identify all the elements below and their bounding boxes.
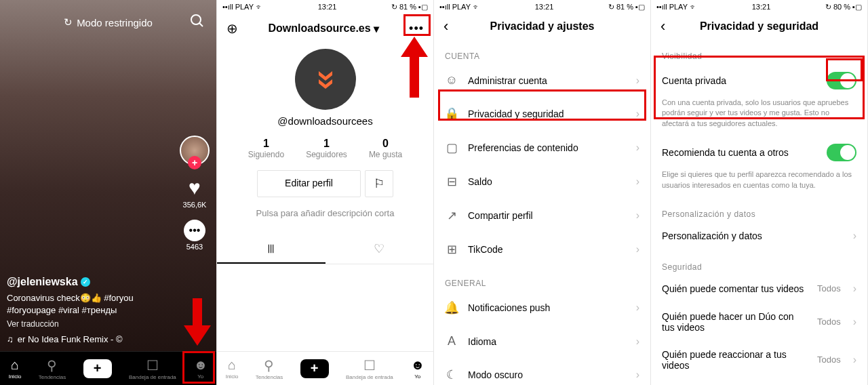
- chevron-right-icon: ›: [636, 302, 639, 314]
- tab-liked[interactable]: ♡: [326, 235, 434, 264]
- likes-stat[interactable]: 0Me gusta: [369, 138, 402, 159]
- section-account: CUENTA: [434, 39, 650, 64]
- like-button[interactable]: ♥ 356,6K: [183, 176, 207, 209]
- creator-avatar[interactable]: +: [180, 136, 210, 165]
- back-button[interactable]: ‹: [443, 18, 448, 35]
- username-link[interactable]: @jeleniewska ✓: [7, 276, 176, 288]
- annotation-arrow: [184, 298, 211, 348]
- follow-plus-icon[interactable]: +: [188, 156, 201, 169]
- recommend-toggle[interactable]: [827, 144, 856, 161]
- row-who-react[interactable]: Quién puede reaccionar a tus videosTodos…: [651, 341, 867, 379]
- svg-marker-3: [184, 325, 211, 346]
- bookmark-button[interactable]: ⚐: [365, 170, 393, 197]
- comment-icon: •••: [184, 220, 205, 241]
- edit-profile-button[interactable]: Editar perfil: [257, 170, 361, 197]
- music-note-icon: ♫: [7, 334, 14, 344]
- nav-trends[interactable]: ⚲Tendencias: [39, 357, 66, 380]
- add-description-prompt[interactable]: Pulsa para añadir descripción corta: [217, 208, 433, 218]
- video-feed-panel: ↻ Modo restringido + ♥ 356,6K ••• 5463 @…: [0, 0, 217, 385]
- row-who-message[interactable]: Quién puede enviarte mensajes directosAm…: [651, 379, 867, 385]
- chevron-right-icon: ›: [636, 336, 639, 348]
- chevron-right-icon: ›: [636, 75, 639, 87]
- qr-icon: ⊞: [445, 242, 458, 257]
- status-time: 13:21: [535, 3, 554, 11]
- row-who-duo[interactable]: Quién puede hacer un Dúo con tus videosT…: [651, 303, 867, 341]
- battery-icon: ▪▢: [635, 3, 645, 12]
- row-who-comment[interactable]: Quién puede comentar tus videosTodos›: [651, 275, 867, 303]
- bookmark-icon: ⚐: [374, 177, 384, 190]
- add-friend-icon[interactable]: ⊕: [226, 20, 238, 37]
- profile-panel: ••ıllPLAYᯤ 13:21 ↻81 %▪▢ ⊕ Downloadsourc…: [217, 0, 434, 385]
- music-link[interactable]: ♫ er No Idea Funk Remix - ©: [7, 334, 176, 344]
- status-bar: ••ıllPLAYᯤ 13:21 ↻80 %▪▢: [651, 0, 867, 14]
- row-recommend-account: Recomienda tu cuenta a otros: [651, 136, 867, 169]
- logo-chevrons-icon: [312, 66, 339, 93]
- profile-title-dropdown[interactable]: Downloadsource.es▾: [268, 22, 378, 35]
- sync-icon: ↻: [825, 3, 831, 12]
- row-share-profile[interactable]: ↗Compartir perfil›: [434, 199, 650, 232]
- battery-icon: ▪▢: [852, 3, 862, 12]
- nav-inbox[interactable]: ☐Bandeja de entrada: [346, 357, 393, 380]
- chevron-right-icon: ›: [636, 369, 639, 381]
- page-title: Privacidad y seguridad: [700, 20, 818, 33]
- settings-panel: ••ıllPLAYᯤ 13:21 ↻81 %▪▢ ‹ Privacidad y …: [434, 0, 651, 385]
- comment-button[interactable]: ••• 5463: [184, 220, 205, 251]
- svg-line-1: [199, 23, 203, 26]
- nav-me[interactable]: ☻Yo: [410, 357, 425, 380]
- highlight-box-toggle: [826, 58, 863, 81]
- wallet-icon: ⊟: [445, 174, 458, 189]
- chevron-right-icon: ›: [636, 142, 639, 154]
- svg-marker-4: [401, 37, 428, 57]
- row-personalization[interactable]: Personalización y datos›: [651, 222, 867, 250]
- nav-home[interactable]: ⌂Inicio: [226, 357, 239, 380]
- video-actions-rail: + ♥ 356,6K ••• 5463: [180, 136, 210, 251]
- following-stat[interactable]: 1Siguiendo: [248, 138, 284, 159]
- share-icon: ↗: [445, 208, 458, 223]
- section-security: Seguridad: [651, 250, 867, 275]
- followers-stat[interactable]: 1Seguidores: [306, 138, 347, 159]
- nav-home[interactable]: ⌂Inicio: [9, 357, 22, 380]
- nav-create-button[interactable]: +: [83, 359, 112, 378]
- nav-inbox[interactable]: ☐Bandeja de entrada: [129, 357, 176, 380]
- video-caption[interactable]: Coronavirus check😳👍 #foryou #foryoupage …: [7, 292, 176, 317]
- highlight-box: [438, 89, 646, 121]
- tab-posts[interactable]: ⫼: [217, 235, 326, 264]
- status-bar: ••ıllPLAYᯤ 13:21 ↻81 %▪▢: [217, 0, 433, 14]
- chevron-right-icon: ›: [853, 354, 856, 366]
- inbox-icon: ☐: [146, 357, 159, 373]
- chevron-right-icon: ›: [853, 283, 856, 295]
- nav-trends[interactable]: ⚲Tendencias: [256, 357, 283, 380]
- restricted-mode-toggle[interactable]: ↻ Modo restringido: [64, 16, 153, 28]
- caret-down-icon: ▾: [374, 22, 379, 35]
- signal-icon: ••ıll: [222, 3, 233, 11]
- nav-create-button[interactable]: +: [300, 359, 329, 378]
- translate-link[interactable]: Ver traducción: [7, 319, 176, 329]
- wifi-icon: ᯤ: [473, 3, 480, 11]
- sync-icon: ↻: [608, 3, 614, 12]
- mode-label: Modo restringido: [77, 17, 153, 28]
- bottom-navbar: ⌂Inicio ⚲Tendencias + ☐Bandeja de entrad…: [217, 351, 433, 385]
- bell-icon: 🔔: [445, 300, 458, 315]
- cycle-icon: ↻: [64, 16, 73, 28]
- person-icon: ☻: [410, 357, 425, 373]
- heart-outline-icon: ♡: [374, 242, 384, 256]
- privacy-panel: ••ıllPLAYᯤ 13:21 ↻80 %▪▢ ‹ Privacidad y …: [651, 0, 868, 385]
- signal-icon: ••ıll: [439, 3, 450, 11]
- row-tikcode[interactable]: ⊞TikCode›: [434, 232, 650, 266]
- signal-icon: ••ıll: [656, 3, 667, 11]
- row-notifications[interactable]: 🔔Notificaciones push›: [434, 291, 650, 325]
- grid-icon: ⫼: [265, 241, 277, 255]
- row-dark-mode[interactable]: ☾Modo oscuro›: [434, 358, 650, 385]
- search-icon[interactable]: [189, 13, 205, 32]
- search-icon: ⚲: [264, 357, 274, 373]
- chevron-right-icon: ›: [636, 209, 639, 222]
- back-button[interactable]: ‹: [660, 18, 665, 35]
- section-personalization: Personalización y datos: [651, 197, 867, 222]
- wifi-icon: ᯤ: [690, 3, 697, 11]
- profile-avatar[interactable]: [295, 49, 356, 110]
- row-balance[interactable]: ⊟Saldo›: [434, 165, 650, 199]
- section-general: GENERAL: [434, 266, 650, 291]
- row-language[interactable]: AIdioma›: [434, 325, 650, 358]
- svg-rect-2: [193, 298, 202, 325]
- row-content-prefs[interactable]: ▢Preferencias de contenido›: [434, 131, 650, 165]
